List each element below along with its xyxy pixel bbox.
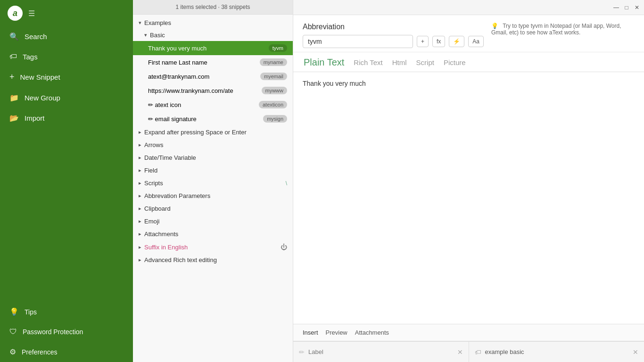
chevron-right-icon: ▸ bbox=[139, 180, 141, 186]
group-arrows-label: Arrows bbox=[144, 141, 163, 148]
bottom-tab-attachments[interactable]: Attachments bbox=[355, 328, 389, 337]
sidebar-item-new-snippet[interactable]: + New Snippet bbox=[0, 66, 133, 88]
minimize-button[interactable]: — bbox=[613, 4, 619, 11]
sidebar-item-new-group-label: New Group bbox=[25, 94, 60, 102]
chevron-right-icon: ▸ bbox=[139, 193, 141, 199]
gear-icon: ⚙ bbox=[9, 347, 16, 356]
editor-area[interactable]: Thank you very much bbox=[293, 72, 644, 324]
sidebar-item-import[interactable]: 📂 Import bbox=[0, 108, 133, 128]
bottom-tab-preview[interactable]: Preview bbox=[326, 328, 347, 337]
tip-section: 💡 Try to type tyvm in Notepad (or Mail a… bbox=[484, 23, 635, 36]
plus-icon: + bbox=[9, 72, 15, 82]
group-emoji[interactable]: ▸ Emoji bbox=[133, 215, 293, 228]
group-field[interactable]: ▸ Field bbox=[133, 164, 293, 177]
snippet-myemail[interactable]: atext@trankynam.com myemail bbox=[133, 69, 293, 83]
group-arrows[interactable]: ▸ Arrows bbox=[133, 139, 293, 151]
subgroup-basic[interactable]: ▾ Basic bbox=[133, 29, 293, 41]
label-clear-button[interactable]: ✕ bbox=[457, 348, 463, 356]
sidebar-item-tags-label: Tags bbox=[23, 53, 38, 61]
tip-bulb-icon: 💡 bbox=[491, 23, 498, 29]
group-emoji-label: Emoji bbox=[144, 218, 160, 225]
tip-text: Try to type tyvm in Notepad (or Mail app… bbox=[491, 23, 621, 36]
right-panel: — □ ✕ Abbreviation + fx ⚡ Aa bbox=[293, 0, 644, 362]
group-scripts[interactable]: ▸ Scripts \ bbox=[133, 177, 293, 189]
chevron-down-icon: ▾ bbox=[144, 32, 147, 38]
sidebar-item-preferences-label: Preferences bbox=[22, 348, 57, 356]
tags-icon: 🏷 bbox=[9, 52, 17, 61]
group-expand-space-enter[interactable]: ▸ Expand after pressing Space or Enter bbox=[133, 126, 293, 139]
label-input[interactable] bbox=[308, 348, 457, 355]
chevron-right-icon: ▸ bbox=[139, 257, 141, 263]
snippet-myname-abbr: myname bbox=[260, 58, 287, 66]
group-scripts-label: Scripts bbox=[144, 180, 163, 187]
group-field-label: Field bbox=[144, 167, 157, 174]
menu-icon[interactable]: ☰ bbox=[28, 9, 35, 18]
group-attachments-label: Attachments bbox=[144, 230, 178, 238]
tag-value: example basic bbox=[485, 348, 633, 355]
group-attachments[interactable]: ▸ Attachments bbox=[133, 228, 293, 240]
sidebar-item-search[interactable]: 🔍 Search bbox=[0, 26, 133, 47]
snippet-tyvm-name: Thank you very much bbox=[148, 45, 269, 52]
tab-script-label: Script bbox=[416, 58, 434, 66]
maximize-button[interactable]: □ bbox=[623, 4, 630, 11]
abbr-lightning-button[interactable]: ⚡ bbox=[449, 36, 464, 47]
chevron-right-icon: ▸ bbox=[139, 244, 141, 250]
sidebar-item-tags[interactable]: 🏷 Tags bbox=[0, 47, 133, 66]
import-icon: 📂 bbox=[9, 114, 19, 123]
sidebar-bottom: 💡 Tips 🛡 Password Protection ⚙ Preferenc… bbox=[0, 302, 133, 362]
tab-picture[interactable]: Picture bbox=[443, 56, 467, 70]
group-advanced-rich-label: Advanced Rich text editing bbox=[144, 256, 217, 263]
tab-bar: Plain Text Rich Text Html Script Picture bbox=[293, 52, 644, 72]
chevron-right-icon: ▸ bbox=[139, 155, 141, 161]
sidebar-logo: a ☰ bbox=[0, 0, 133, 26]
folder-icon: 📁 bbox=[9, 93, 19, 102]
group-abbrev-params[interactable]: ▸ Abbrevation Parameters bbox=[133, 189, 293, 202]
tag-clear-button[interactable]: ✕ bbox=[633, 348, 638, 356]
sidebar-item-tips[interactable]: 💡 Tips bbox=[0, 302, 133, 322]
power-icon: ⏻ bbox=[281, 243, 287, 251]
snippet-myname[interactable]: First name Last name myname bbox=[133, 55, 293, 69]
abbreviation-row: + fx ⚡ Aa bbox=[303, 35, 484, 48]
abbr-case-button[interactable]: Aa bbox=[468, 36, 484, 47]
snippet-atexticon-abbr: atexticon bbox=[259, 101, 287, 108]
close-button[interactable]: ✕ bbox=[634, 4, 640, 11]
group-examples-label: Examples bbox=[144, 19, 171, 26]
tab-script[interactable]: Script bbox=[415, 56, 435, 70]
abbreviation-input[interactable] bbox=[303, 35, 413, 48]
group-scripts-abbr: \ bbox=[286, 180, 287, 187]
sidebar-item-password-protection[interactable]: 🛡 Password Protection bbox=[0, 322, 133, 342]
sidebar-item-preferences[interactable]: ⚙ Preferences bbox=[0, 342, 133, 362]
tab-html[interactable]: Html bbox=[391, 56, 408, 70]
group-clipboard[interactable]: ▸ Clipboard bbox=[133, 202, 293, 215]
sidebar-item-new-snippet-label: New Snippet bbox=[20, 73, 60, 81]
tab-rich-text[interactable]: Rich Text bbox=[353, 56, 383, 70]
snippet-mywww[interactable]: https://www.trankynam.com/ate mywww bbox=[133, 83, 293, 98]
chevron-right-icon: ▸ bbox=[139, 231, 141, 237]
bottom-tab-insert[interactable]: Insert bbox=[303, 328, 318, 337]
group-abbrev-params-label: Abbrevation Parameters bbox=[144, 192, 210, 199]
group-datetime[interactable]: ▸ Date/Time Variable bbox=[133, 151, 293, 164]
chevron-down-icon: ▾ bbox=[139, 20, 141, 26]
group-advanced-rich[interactable]: ▸ Advanced Rich text editing bbox=[133, 254, 293, 266]
tab-html-label: Html bbox=[392, 58, 407, 66]
group-examples[interactable]: ▾ Examples bbox=[133, 16, 293, 29]
snippet-mysign[interactable]: ✏ email signature mysign bbox=[133, 112, 293, 126]
label-section: ✏ ✕ bbox=[293, 342, 469, 362]
window-titlebar: — □ ✕ bbox=[293, 0, 644, 15]
tag-section: 🏷 example basic ✕ bbox=[469, 342, 644, 362]
label-pencil-icon: ✏ bbox=[299, 348, 305, 356]
snippet-atexticon[interactable]: ✏ atext icon atexticon bbox=[133, 98, 293, 112]
abbr-fx-button[interactable]: fx bbox=[432, 36, 445, 47]
bottom-tabs-bar: Insert Preview Attachments bbox=[293, 324, 644, 341]
snippet-mywww-name: https://www.trankynam.com/ate bbox=[148, 87, 262, 94]
sidebar-item-new-group[interactable]: 📁 New Group bbox=[0, 88, 133, 108]
tab-plain-text[interactable]: Plain Text bbox=[303, 54, 345, 72]
chevron-right-icon: ▸ bbox=[139, 142, 141, 148]
abbr-add-button[interactable]: + bbox=[417, 36, 429, 47]
snippet-tyvm[interactable]: Thank you very much tyvm bbox=[133, 41, 293, 55]
group-clipboard-label: Clipboard bbox=[144, 205, 171, 212]
window-controls: — □ ✕ bbox=[613, 4, 640, 11]
right-content: Abbreviation + fx ⚡ Aa 💡 Try to type tyv… bbox=[293, 15, 644, 362]
group-suffix-english[interactable]: ▸ Suffix in English ⏻ bbox=[133, 240, 293, 254]
snippet-myemail-name: atext@trankynam.com bbox=[148, 73, 260, 80]
